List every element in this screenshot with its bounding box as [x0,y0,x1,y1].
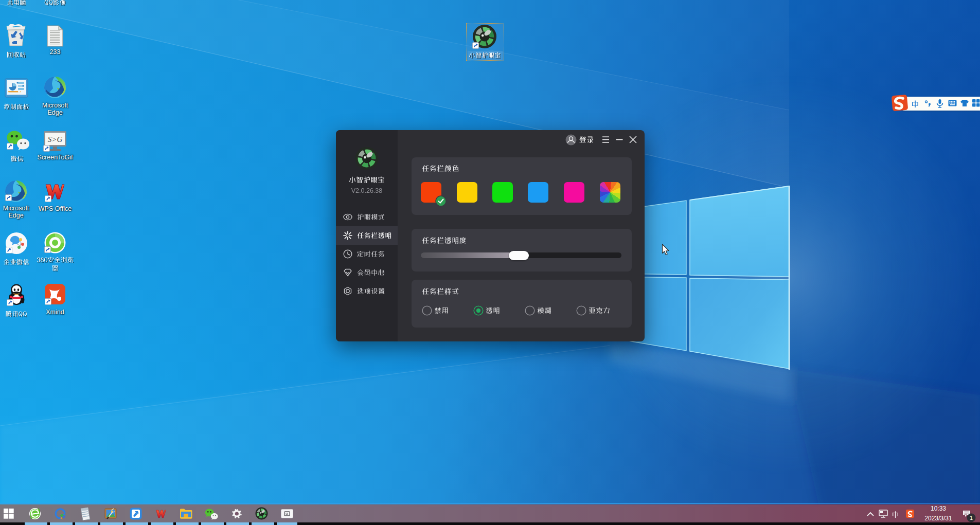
svg-text:1: 1 [970,515,973,521]
svg-text:S>G: S>G [48,135,63,143]
